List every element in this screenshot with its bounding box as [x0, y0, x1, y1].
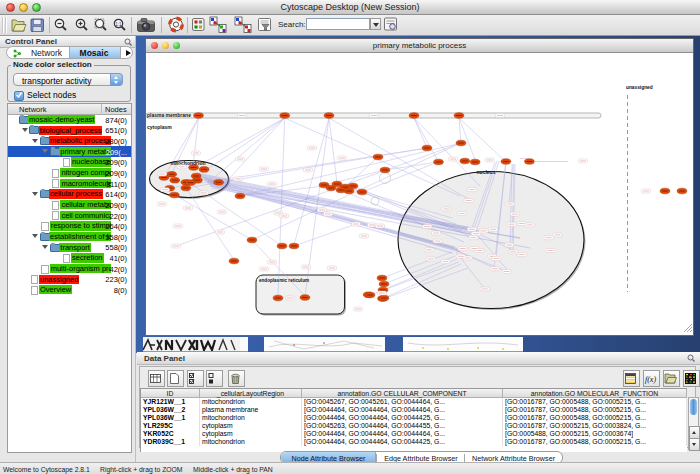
svg-text:endoplasmic reticulum: endoplasmic reticulum [259, 278, 309, 283]
svg-text:unassigned: unassigned [626, 85, 653, 90]
svg-text:nucleus: nucleus [477, 169, 496, 175]
svg-text:cytoplasm: cytoplasm [147, 124, 172, 130]
svg-text:plasma membrane: plasma membrane [147, 112, 191, 118]
svg-text:f(x): f(x) [645, 375, 656, 384]
svg-text:mitochondrion: mitochondrion [171, 160, 206, 166]
svg-text:1:1: 1:1 [115, 22, 122, 27]
